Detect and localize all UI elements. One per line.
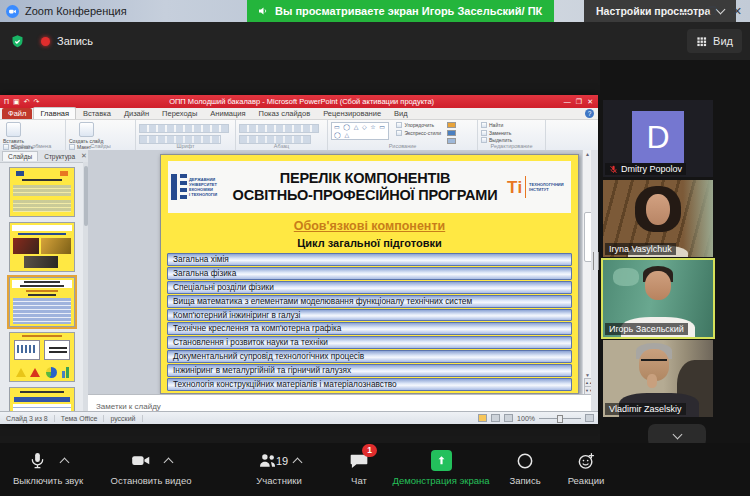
close-icon[interactable]: ✕ [733,6,742,17]
chat-button[interactable]: 1 Чат [334,449,384,486]
slide-thumbnail-4[interactable] [9,332,75,382]
stop-video-label: Остановить видео [111,475,192,486]
maximize-icon[interactable]: ❐ [707,6,717,17]
participant-video-igor-active-speaker[interactable]: Игорь Засельский [603,260,713,337]
sidebar-tab-outline[interactable]: Структура [39,152,80,161]
participants-icon [257,450,278,471]
quick-access-toolbar: П ▣ ↶ ↷ [0,98,39,105]
zoom-slider-knob[interactable] [557,415,563,423]
slide-edit-area: ДЕРЖАВНИЙ УНІВЕРСИТЕТ ЕКОНОМІКИ І ТЕХНОЛ… [88,150,582,395]
security-shield-icon[interactable] [10,34,25,49]
ppt-close-icon[interactable]: ✕ [587,98,593,105]
reactions-button[interactable]: Реакции [556,449,616,486]
decor [641,359,667,367]
view-label: Вид [713,35,733,47]
list-item: Загальна хімія [167,253,572,266]
view-layout-button[interactable]: Вид [687,29,742,53]
slideshow-view-icon[interactable] [504,414,513,422]
slide-thumbnail-3-current[interactable] [9,277,75,327]
paragraph-controls[interactable] [239,124,319,133]
scroll-up-icon[interactable]: ▲ [584,150,591,158]
tab-design[interactable]: Дизайн [118,108,155,119]
fit-to-window-icon[interactable] [585,414,594,422]
replace-icon [481,130,487,136]
recording-label: Запись [57,35,93,47]
institute-logo-abbr: Ті [507,179,522,196]
mute-button[interactable]: Выключить звук [0,449,96,486]
tab-review[interactable]: Рецензирование [317,108,387,119]
arrange-button[interactable]: Упорядочить [396,122,441,128]
sidebar-close-icon[interactable]: ✕ [81,152,87,160]
panel-resize-handle[interactable] [593,252,599,270]
tab-view[interactable]: Вид [388,108,414,119]
minimize-icon[interactable]: — [680,6,691,17]
slide-sorter-icon[interactable] [491,414,500,422]
share-screen-button[interactable]: Демонстрация экрана [390,449,492,486]
avatar-initial: D [646,119,669,156]
paste-button[interactable]: Вставить [3,122,24,144]
video-options-chevron[interactable] [164,457,174,467]
ppt-maximize-icon[interactable]: ❐ [576,98,582,105]
notes-pane[interactable]: Заметки к слайду [88,394,591,412]
decor [13,238,39,254]
pie-chart-decor [46,367,57,378]
participants-options-chevron[interactable] [293,457,303,467]
zoom-slider[interactable] [539,418,581,419]
window-title: Zoom Конференция [25,5,127,17]
help-icon[interactable]: ? [585,109,594,118]
stop-video-button[interactable]: Остановить видео [96,449,206,486]
participants-button[interactable]: 19 Участники [234,449,324,486]
mute-options-chevron[interactable] [60,457,70,467]
ppt-minimize-icon[interactable]: — [564,98,571,105]
tab-slideshow[interactable]: Показ слайдов [253,108,317,119]
participant-video-vladimir[interactable]: Vladimir Zaselskiy [603,340,713,417]
scrollbar-thumb[interactable] [84,166,88,226]
tab-transitions[interactable]: Переходы [156,108,203,119]
shapes-gallery[interactable]: ▭ ◯ △ ◇ ☆ ▭ ◯ △ [331,122,389,140]
slide-header-band: ДЕРЖАВНИЙ УНІВЕРСИТЕТ ЕКОНОМІКИ І ТЕХНОЛ… [168,161,571,213]
undo-icon[interactable]: ↶ [24,98,30,105]
tab-file[interactable]: Файл [2,108,32,119]
tab-animations[interactable]: Анимация [204,108,251,119]
shared-screen-area: П ▣ ↶ ↷ ОПП Молодший бакалавр - Microsof… [0,60,600,443]
list-item: Документальний супровід технологічних пр… [167,350,572,363]
chat-label: Чат [351,475,367,486]
record-icon [515,451,535,471]
microphone-icon [28,451,47,470]
participant-name: Игорь Засельский [609,324,684,334]
recording-dot-icon [41,37,50,46]
slide-thumbnail-2[interactable] [9,222,75,272]
zoom-logo-icon [6,5,19,18]
slide-thumbnail-1[interactable] [9,167,75,217]
quick-styles-button[interactable]: Экспресс-стили [396,130,441,136]
font-controls[interactable] [139,124,229,133]
save-icon[interactable]: ▣ [13,98,20,105]
arrange-icon [396,122,402,128]
sidebar-tab-slides[interactable]: Слайды [2,151,38,161]
zoom-app-window: Zoom Конференция Вы просматриваете экран… [0,0,750,496]
status-language: русский [104,415,142,422]
tab-insert[interactable]: Вставка [77,108,117,119]
avatar: D [632,111,684,163]
shape-style-chips [447,122,456,144]
participant-video-iryna[interactable]: Iryna Vasylchuk [603,180,713,257]
find-button[interactable]: Найти [481,122,512,128]
mute-label: Выключить звук [13,475,83,486]
new-slide-button[interactable]: Создать слайд [69,122,103,144]
normal-view-icon[interactable] [478,414,487,422]
slide-thumbnail-5[interactable] [9,387,75,412]
ppt-logo-icon: П [4,98,9,105]
replace-button[interactable]: Заменить [481,130,512,136]
outline-color-chip[interactable] [447,130,456,136]
slide-canvas: ДЕРЖАВНИЙ УНІВЕРСИТЕТ ЕКОНОМІКИ І ТЕХНОЛ… [160,154,579,394]
decor [16,171,24,176]
participant-video-dmitry[interactable]: D Dmitry Popolov [603,100,713,177]
record-label: Запись [509,475,540,486]
fill-color-chip[interactable] [447,122,456,128]
participants-label: Участники [256,475,301,486]
speaker-icon [257,5,269,17]
tab-home[interactable]: Главная [33,107,76,119]
list-item: Технічне креслення та комп'ютерна графік… [167,322,572,335]
record-button[interactable]: Запись [497,449,553,486]
meeting-toolbar-top: Запись Вид [0,22,750,60]
